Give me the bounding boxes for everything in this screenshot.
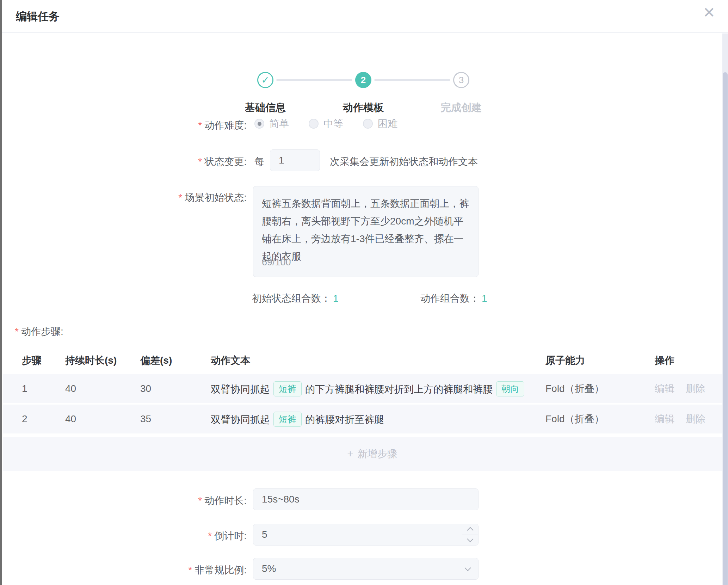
state-change-suffix: 次采集会更新初始状态和动作文本 — [330, 155, 478, 168]
step-connector-1 — [276, 79, 352, 81]
increase-button[interactable] — [462, 524, 478, 535]
decrease-button[interactable] — [462, 535, 478, 546]
edit-task-dialog: 编辑任务 ✕ ✓ 2 3 基础信息 动作模板 完成创建 *动作难度: 简单 中等 — [0, 0, 728, 585]
radio-medium[interactable]: 中等 — [309, 117, 343, 130]
close-icon[interactable]: ✕ — [703, 4, 715, 21]
countdown-label: *倒计时: — [92, 529, 247, 543]
cell-duration: 40 — [65, 383, 140, 394]
plus-icon: + — [347, 448, 353, 460]
cell-step: 2 — [22, 413, 65, 425]
step-3-label: 完成创建 — [419, 101, 504, 115]
initial-state-text: 短裤五条数据背面朝上，五条数据正面朝上，裤腰朝右，离头部视野下方至少20cm之外… — [262, 198, 469, 262]
add-step-label: 新增步骤 — [358, 447, 397, 461]
radio-hard[interactable]: 困难 — [363, 117, 397, 130]
required-asterisk: * — [198, 156, 202, 167]
required-asterisk: * — [208, 530, 212, 541]
action-combo-value: 1 — [482, 293, 487, 304]
step-2-label: 动作模板 — [321, 101, 406, 115]
step-3-circle: 3 — [453, 72, 469, 88]
step-connector-2 — [374, 79, 450, 81]
radio-hard-label: 困难 — [378, 117, 397, 130]
radio-medium-circle — [309, 119, 319, 129]
object-tag: 短裤 — [273, 412, 302, 427]
dialog-header: 编辑任务 ✕ — [2, 0, 728, 33]
duration-input[interactable]: 15s~80s — [253, 488, 479, 510]
action-steps-table: 步骤 持续时长(s) 偏差(s) 动作文本 原子能力 操作 1 40 30 双臂… — [3, 347, 722, 471]
edit-link[interactable]: 编辑 — [655, 413, 674, 424]
radio-medium-label: 中等 — [323, 117, 343, 130]
cell-ability: Fold（折叠） — [545, 382, 655, 395]
cell-action-text: 双臂协同抓起短裤的下方裤腿和裤腰对折到上方的裤腿和裤腰朝向 — [211, 381, 545, 396]
scrollbar-track[interactable] — [722, 33, 728, 585]
action-combo-count: 动作组合数：1 — [420, 292, 487, 305]
chevron-up-icon — [467, 526, 474, 532]
table-row: 2 40 35 双臂协同抓起短裤的裤腰对折至裤腿 Fold（折叠） 编辑删除 — [3, 405, 722, 435]
radio-hard-circle — [363, 119, 373, 129]
step-2-circle: 2 — [355, 72, 371, 88]
cell-ability: Fold（折叠） — [545, 412, 655, 426]
step-1-check-icon: ✓ — [257, 72, 273, 88]
cell-action-text: 双臂协同抓起短裤的裤腰对折至裤腿 — [211, 412, 545, 427]
cell-operations: 编辑删除 — [655, 382, 722, 395]
char-counter: 69/100 — [262, 253, 291, 271]
initial-combo-value: 1 — [333, 293, 339, 304]
state-change-prefix: 每 — [254, 155, 264, 168]
radio-easy-label: 简单 — [269, 117, 289, 130]
cell-deviation: 35 — [140, 413, 211, 425]
header-duration: 持续时长(s) — [65, 354, 140, 367]
object-tag: 短裤 — [273, 381, 302, 396]
duration-label: *动作时长: — [92, 494, 247, 507]
cell-duration: 40 — [65, 413, 140, 425]
number-stepper — [462, 524, 478, 545]
difficulty-radio-group: 简单 中等 困难 — [254, 114, 417, 134]
step-1-label: 基础信息 — [223, 101, 308, 115]
radio-selected-dot — [258, 122, 261, 126]
initial-combo-count: 初始状态组合数：1 — [252, 292, 339, 305]
state-change-input[interactable]: 1 — [270, 149, 320, 171]
countdown-input[interactable]: 5 — [253, 524, 479, 546]
required-asterisk: * — [198, 120, 202, 131]
cell-deviation: 30 — [140, 383, 211, 394]
add-step-button[interactable]: + 新增步骤 — [3, 437, 722, 471]
action-steps-section-label: *动作步骤: — [15, 325, 63, 338]
initial-state-textarea[interactable]: 短裤五条数据背面朝上，五条数据正面朝上，裤腰朝右，离头部视野下方至少20cm之外… — [253, 186, 479, 277]
required-asterisk: * — [178, 192, 182, 203]
state-change-label: *状态变更: — [92, 155, 247, 168]
orientation-tag: 朝向 — [496, 381, 524, 396]
table-header-row: 步骤 持续时长(s) 偏差(s) 动作文本 原子能力 操作 — [3, 347, 722, 374]
radio-easy[interactable]: 简单 — [254, 117, 289, 130]
chevron-down-icon — [467, 537, 474, 543]
page-left-edge — [0, 0, 2, 585]
required-asterisk: * — [188, 565, 192, 575]
delete-link[interactable]: 删除 — [686, 383, 705, 394]
unusual-ratio-select[interactable]: 5% — [253, 558, 479, 580]
scrollbar-thumb[interactable] — [723, 72, 728, 585]
delete-link[interactable]: 删除 — [686, 413, 705, 424]
unusual-ratio-label: *非常规比例: — [92, 564, 247, 577]
required-asterisk: * — [15, 326, 19, 337]
step-wizard: ✓ 2 3 基础信息 动作模板 完成创建 — [0, 33, 728, 86]
cell-step: 1 — [22, 383, 65, 394]
radio-easy-circle — [254, 119, 264, 129]
header-step: 步骤 — [22, 354, 65, 367]
chevron-down-icon — [465, 566, 471, 572]
difficulty-label: *动作难度: — [92, 119, 247, 132]
required-asterisk: * — [198, 495, 202, 506]
edit-link[interactable]: 编辑 — [655, 383, 674, 394]
dialog-title: 编辑任务 — [16, 9, 60, 24]
table-row: 1 40 30 双臂协同抓起短裤的下方裤腿和裤腰对折到上方的裤腿和裤腰朝向 Fo… — [3, 374, 722, 405]
header-ability: 原子能力 — [545, 354, 655, 367]
header-operations: 操作 — [655, 354, 722, 367]
cell-operations: 编辑删除 — [655, 412, 722, 426]
header-deviation: 偏差(s) — [140, 354, 211, 367]
initial-state-label: *场景初始状态: — [92, 191, 247, 204]
header-action-text: 动作文本 — [211, 354, 545, 367]
